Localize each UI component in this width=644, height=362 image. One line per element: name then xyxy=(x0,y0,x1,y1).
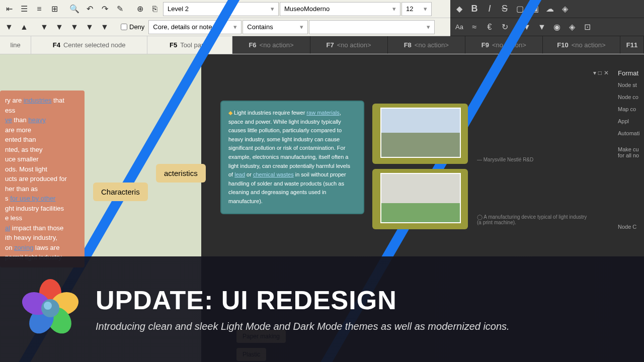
undo-icon[interactable]: ↶ xyxy=(83,2,97,16)
redo-icon[interactable]: ↷ xyxy=(98,2,112,16)
fkey-7-num: F10 xyxy=(557,41,568,49)
dfilter3-icon[interactable]: ◉ xyxy=(550,20,564,34)
close-icon[interactable]: ✕ xyxy=(604,69,609,76)
minimize-icon[interactable]: ▾ xyxy=(593,69,596,76)
fkey-6-num: F9 xyxy=(481,41,489,49)
filter-value-input[interactable] xyxy=(309,20,435,34)
grid-icon[interactable]: ⊞ xyxy=(47,2,61,16)
filter1-icon[interactable]: ▼ xyxy=(37,20,51,34)
link-al[interactable]: al xyxy=(5,224,10,232)
bold-icon[interactable]: B xyxy=(467,2,481,16)
contains-dropdown[interactable]: Contains xyxy=(243,20,308,34)
numbered-list-icon[interactable]: ≡ xyxy=(32,2,46,16)
font-size-dropdown[interactable]: 12 xyxy=(401,2,432,16)
toolbar-row-2-dark: Aa ≈ € ↻ ▼ ▼ ◉ ◈ ⊡ xyxy=(450,18,644,36)
toolbar-row-1-dark: ◆ B I S ▢ ▣ ☁ ◈ xyxy=(450,0,644,18)
collapse-icon[interactable]: ▲ xyxy=(17,20,31,34)
fkey-4-action: <no action> xyxy=(337,41,371,49)
paint-icon[interactable]: ◆ xyxy=(452,2,466,16)
banner-title: UPDATE: UI REDESIGN xyxy=(96,285,510,315)
insert-icon[interactable]: ⎘ xyxy=(148,2,162,16)
fkey-f10[interactable]: F10<no action> xyxy=(543,36,620,54)
font-family-dropdown[interactable]: MuseoModerno xyxy=(280,2,400,16)
image-placeholder-1 xyxy=(380,108,461,158)
filter5-icon[interactable]: ▼ xyxy=(98,20,112,34)
cloud-icon[interactable]: ☁ xyxy=(543,2,557,16)
fkey-f5[interactable]: F5Tool panel xyxy=(147,36,232,54)
filter3-icon[interactable]: ▼ xyxy=(67,20,82,34)
filter-field-dropdown[interactable]: Core, details or note xyxy=(148,20,242,34)
case-icon[interactable]: Aa xyxy=(452,20,466,34)
fkey-0-action: line xyxy=(11,41,21,49)
dfilter4-icon[interactable]: ◈ xyxy=(565,20,579,34)
fkey-f11[interactable]: F11 xyxy=(620,36,644,54)
link-useby[interactable]: for use by other xyxy=(10,195,55,202)
image-caption-2: ◯ A manufacturing device typical of ligh… xyxy=(477,214,588,225)
fkey-4-num: F7 xyxy=(327,41,334,49)
outdent-icon[interactable]: ⇤ xyxy=(2,2,16,16)
link-zoning[interactable]: zoning xyxy=(14,244,33,251)
detail-node[interactable]: ◆ Light industries require fewer raw mat… xyxy=(220,101,364,214)
italic-icon[interactable]: I xyxy=(482,2,497,16)
link-ve[interactable]: ve xyxy=(5,116,12,124)
refresh-icon[interactable]: ↻ xyxy=(498,20,512,34)
strikethrough-icon[interactable]: S xyxy=(498,2,512,16)
deny-check-input[interactable] xyxy=(121,24,127,30)
fkey-line[interactable]: line xyxy=(0,36,31,54)
fkey-5-num: F8 xyxy=(404,41,412,49)
image-node-2[interactable] xyxy=(372,169,468,229)
fkey-bar: line F4Center selected node F5Tool panel… xyxy=(0,36,644,54)
fkey-3-action: <no action> xyxy=(260,41,294,49)
image-node-1[interactable] xyxy=(372,104,468,164)
fkey-8-num: F11 xyxy=(626,41,637,49)
edit-icon[interactable]: ✎ xyxy=(113,2,127,16)
search-icon[interactable]: 🔍 xyxy=(67,2,82,16)
definition-node[interactable]: ry are industries that ess ve than heavy… xyxy=(0,90,85,267)
fkey-1-action: Center selected node xyxy=(63,41,126,49)
format-apply[interactable]: Appl xyxy=(618,118,640,124)
link-lead[interactable]: lead xyxy=(234,171,245,177)
link-raw[interactable]: raw materials xyxy=(306,110,339,116)
banner-subtitle: Introducing clean and sleek Light Mode a… xyxy=(96,319,510,333)
image-placeholder-2 xyxy=(380,173,461,223)
dfilter5-icon[interactable]: ⊡ xyxy=(580,20,594,34)
shape-icon[interactable]: ◈ xyxy=(558,2,572,16)
format-nodec2[interactable]: Node C xyxy=(618,224,640,230)
deny-label: Deny xyxy=(129,23,144,31)
format-nodeco[interactable]: Node co xyxy=(618,94,640,100)
fkey-f4[interactable]: F4Center selected node xyxy=(31,36,147,54)
fkey-3-num: F6 xyxy=(249,41,256,49)
euro-icon[interactable]: € xyxy=(482,20,497,34)
fkey-1-num: F4 xyxy=(53,41,60,49)
svg-point-6 xyxy=(44,302,52,310)
fkey-2-num: F5 xyxy=(170,41,177,49)
list-icon[interactable]: ☰ xyxy=(17,2,31,16)
fkey-f6[interactable]: F6<no action> xyxy=(232,36,310,54)
deny-checkbox[interactable]: Deny xyxy=(118,23,147,31)
characteristics-node-light[interactable]: Characteris xyxy=(93,183,148,201)
format-panel-title: Format xyxy=(618,69,640,77)
approx-icon[interactable]: ≈ xyxy=(467,20,481,34)
filter2-icon[interactable]: ▼ xyxy=(52,20,66,34)
dfilter2-icon[interactable]: ▼ xyxy=(535,20,549,34)
link-industries[interactable]: industries xyxy=(24,97,52,104)
fkey-f7[interactable]: F7<no action> xyxy=(310,36,388,54)
link-chem[interactable]: chemical wastes xyxy=(253,171,294,177)
format-auto: Automati xyxy=(618,130,640,136)
app-logo xyxy=(20,278,80,340)
characteristics-node-dark[interactable]: acteristics xyxy=(156,164,206,183)
announcement-banner: UPDATE: UI REDESIGN Introducing clean an… xyxy=(0,256,644,362)
expand-icon[interactable]: ▼ xyxy=(2,20,16,34)
panel-controls: ▾ □ ✕ xyxy=(593,69,609,76)
link-heavy[interactable]: heavy xyxy=(28,116,46,124)
format-make[interactable]: Make cufor all no xyxy=(618,146,640,158)
add-node-icon[interactable]: ⊕ xyxy=(133,2,147,16)
image-caption-1: — Marysville Nestlé R&D xyxy=(477,157,533,162)
format-mapco[interactable]: Map co xyxy=(618,106,640,112)
filter4-icon[interactable]: ▼ xyxy=(83,20,97,34)
maximize-icon[interactable]: □ xyxy=(598,69,602,76)
fkey-7-action: <no action> xyxy=(572,41,606,49)
fkey-5-action: <no action> xyxy=(415,41,449,49)
format-nodestyle[interactable]: Node st xyxy=(618,82,640,88)
fkey-f8[interactable]: F8<no action> xyxy=(388,36,465,54)
